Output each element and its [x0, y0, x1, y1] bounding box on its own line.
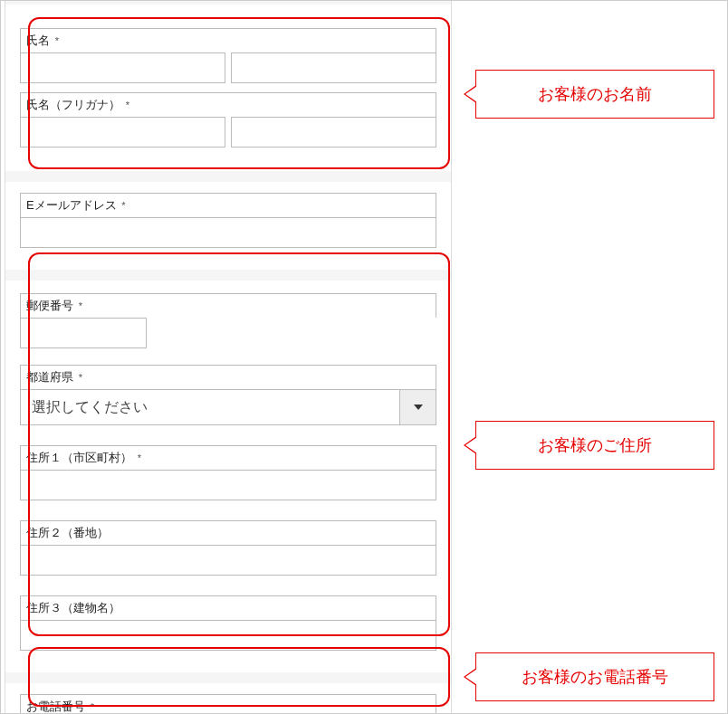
addr2-field: 住所２（番地） [20, 520, 436, 576]
phone-field: お電話番号 * [20, 694, 436, 714]
required-mark: * [138, 452, 141, 463]
callout-address: お客様のご住所 [475, 421, 714, 470]
name-kana-field: 氏名（フリガナ） * [20, 92, 436, 148]
label-text: 郵便番号 [26, 299, 73, 312]
addr1-label: 住所１（市区町村） * [20, 445, 436, 470]
addr1-input[interactable] [20, 470, 436, 500]
name-field: 氏名 * [20, 28, 436, 83]
label-text: 氏名 [26, 33, 50, 47]
callout-text: お客様のご住所 [538, 434, 652, 456]
name-last-input[interactable] [20, 52, 225, 83]
postal-field: 郵便番号 * [20, 293, 436, 348]
email-label: Eメールアドレス * [20, 193, 436, 217]
label-text: お電話番号 [26, 700, 85, 713]
callout-name: お客様のお名前 [475, 70, 714, 119]
required-mark: * [126, 100, 129, 110]
label-text: 住所１（市区町村） [26, 451, 132, 464]
dropdown-button[interactable] [399, 390, 436, 424]
email-section: Eメールアドレス * [5, 182, 451, 270]
label-text: Eメールアドレス [26, 198, 117, 212]
addr2-label: 住所２（番地） [20, 520, 436, 545]
name-label: 氏名 * [20, 28, 436, 52]
prefecture-label: 都道府県 * [20, 365, 436, 389]
chevron-down-icon [414, 405, 423, 410]
callout-phone: お客様のお電話番号 [475, 652, 714, 701]
email-input[interactable] [20, 217, 436, 248]
prefecture-field: 都道府県 * 選択してください [20, 365, 436, 425]
name-section: 氏名 * 氏名（フリガナ） * [5, 5, 451, 171]
name-kana-label: 氏名（フリガナ） * [20, 92, 436, 117]
name-kana-last-input[interactable] [20, 117, 225, 148]
addr3-input[interactable] [20, 620, 436, 651]
address-section: 郵便番号 * 都道府県 * 選択してください 住所１（市区町村） * [5, 281, 451, 672]
required-mark: * [79, 300, 82, 311]
required-mark: * [79, 372, 82, 383]
required-mark: * [91, 701, 94, 712]
name-first-input[interactable] [231, 52, 436, 83]
callout-text: お客様のお名前 [538, 83, 652, 105]
required-mark: * [121, 200, 125, 211]
select-value: 選択してください [21, 398, 399, 417]
phone-label: お電話番号 * [20, 694, 436, 714]
addr1-field: 住所１（市区町村） * [20, 445, 436, 500]
postal-label: 郵便番号 * [20, 293, 436, 318]
name-kana-first-input[interactable] [231, 117, 436, 148]
addr3-label: 住所３（建物名） [20, 595, 436, 620]
phone-section: お電話番号 * [5, 683, 451, 714]
email-field: Eメールアドレス * [20, 193, 436, 248]
callout-text: お客様のお電話番号 [522, 666, 668, 688]
label-text: 氏名（フリガナ） [26, 98, 120, 111]
prefecture-select[interactable]: 選択してください [20, 389, 436, 425]
addr3-field: 住所３（建物名） [20, 595, 436, 651]
postal-input[interactable] [20, 318, 147, 348]
addr2-input[interactable] [20, 545, 436, 576]
label-text: 住所２（番地） [26, 526, 109, 539]
label-text: 住所３（建物名） [26, 601, 120, 614]
label-text: 都道府県 [26, 370, 73, 384]
form-column: 氏名 * 氏名（フリガナ） * Eメールアドレス * [5, 1, 452, 714]
required-mark: * [55, 35, 59, 46]
